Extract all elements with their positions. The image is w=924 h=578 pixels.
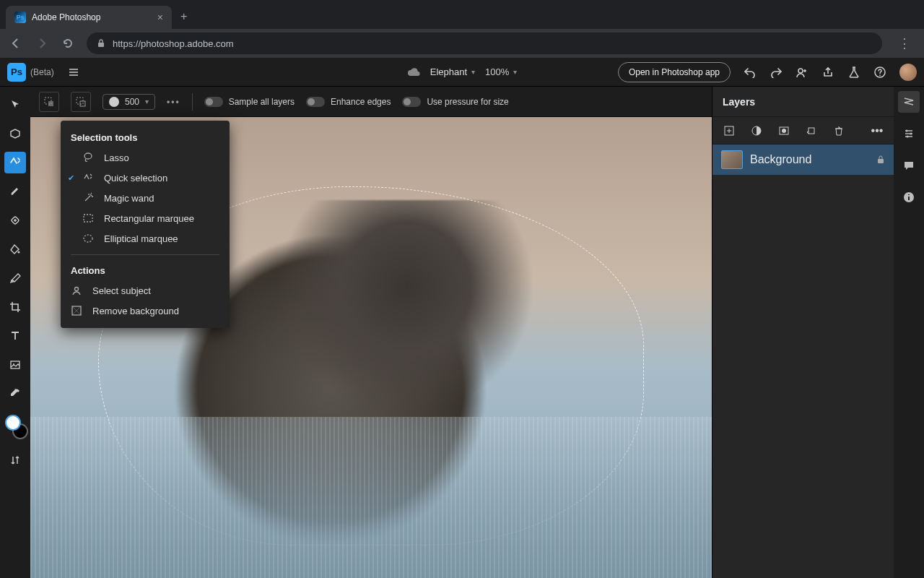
remove-bg-icon (71, 305, 84, 316)
invite-button[interactable] (796, 66, 808, 79)
layer-background[interactable]: Background (712, 144, 894, 175)
flyout-heading: Selection tools (61, 128, 230, 147)
color-swatch[interactable] (5, 415, 25, 435)
subtract-selection-icon[interactable] (71, 92, 91, 112)
ellipse-marquee-icon (82, 233, 95, 244)
ps-logo[interactable]: Ps (7, 63, 26, 82)
close-icon[interactable]: × (157, 12, 163, 23)
more-options-button[interactable]: ••• (167, 97, 180, 107)
pressure-toggle[interactable]: Use pressure for size (402, 97, 508, 107)
browser-menu-button[interactable]: ⋮ (894, 35, 915, 51)
info-panel-button[interactable] (898, 186, 920, 208)
layers-toolbar: ••• (712, 117, 894, 144)
new-tab-button[interactable]: + (172, 4, 196, 29)
select-subject-icon (71, 285, 84, 296)
toolbar-left (0, 87, 30, 578)
properties-panel-button[interactable] (898, 91, 920, 113)
mask-button[interactable] (777, 124, 790, 137)
brush-size-select[interactable]: 500 ▾ (103, 94, 155, 110)
zoom-select[interactable]: 100% ▾ (485, 66, 517, 77)
app-center: Elephant ▾ 100% ▾ (407, 66, 518, 77)
back-button[interactable] (9, 36, 23, 51)
gradient-tool[interactable] (4, 267, 26, 289)
lock-icon[interactable] (876, 155, 885, 164)
tab-title: Adobe Photoshop (32, 12, 100, 22)
redo-button[interactable] (770, 66, 783, 79)
address-bar[interactable]: https://photoshop.adobe.com (87, 33, 882, 54)
transform-tool[interactable] (4, 123, 26, 144)
adjustment-layer-button[interactable] (750, 124, 763, 137)
svg-rect-8 (48, 101, 53, 106)
fg-color (5, 415, 21, 431)
remove-bg-item[interactable]: Remove background (61, 301, 230, 321)
cloud-icon (407, 67, 420, 77)
add-layer-button[interactable] (723, 124, 736, 137)
tab-bar: Ps Adobe Photoshop × + (0, 0, 924, 29)
delete-layer-button[interactable] (832, 124, 845, 137)
favicon-icon: Ps (14, 12, 26, 23)
magic-wand-item[interactable]: Magic wand (61, 188, 230, 208)
forward-button[interactable] (35, 36, 49, 51)
healing-tool[interactable] (4, 210, 26, 231)
toggle-icon (306, 97, 325, 107)
add-selection-icon[interactable] (39, 92, 59, 112)
swap-colors[interactable] (4, 449, 26, 471)
beta-label: (Beta) (30, 67, 54, 77)
fill-tool[interactable] (4, 238, 26, 260)
lock-icon (97, 39, 105, 48)
url-bar: https://photoshop.adobe.com ⋮ (0, 29, 924, 58)
adjustments-panel-button[interactable] (898, 123, 920, 144)
canvas-column: 500 ▾ ••• Sample all layers Enhance edge… (30, 87, 712, 578)
brush-tool[interactable] (4, 181, 26, 202)
main-area: 500 ▾ ••• Sample all layers Enhance edge… (0, 87, 924, 578)
share-button[interactable] (821, 66, 834, 79)
ellip-marquee-item[interactable]: Elliptical marquee (61, 228, 230, 249)
url-text: https://photoshop.adobe.com (113, 38, 234, 49)
svg-rect-0 (98, 43, 104, 47)
open-in-app-button[interactable]: Open in Photoshop app (618, 62, 731, 82)
layer-more-button[interactable]: ••• (871, 124, 884, 137)
place-image-tool[interactable] (4, 354, 26, 376)
help-button[interactable] (873, 66, 886, 79)
flyout-heading-actions: Actions (61, 261, 230, 280)
layers-panel-title: Layers (712, 87, 894, 117)
document-name[interactable]: Elephant ▾ (430, 66, 475, 77)
selection-flyout: Selection tools Lasso ✔ Quick selection … (61, 121, 230, 328)
toggle-icon (204, 97, 223, 107)
hamburger-menu[interactable] (67, 66, 80, 79)
magic-wand-icon (82, 192, 95, 204)
browser-chrome: Ps Adobe Photoshop × + https://photoshop… (0, 0, 924, 58)
eyedropper-tool[interactable] (4, 383, 26, 405)
text-tool[interactable] (4, 325, 26, 347)
clip-button[interactable] (805, 124, 818, 137)
selection-tool[interactable] (4, 152, 26, 173)
lasso-item[interactable]: Lasso (61, 147, 230, 168)
app-bar: Ps (Beta) Elephant ▾ 100% ▾ Open in Phot… (0, 58, 924, 87)
svg-point-14 (75, 288, 79, 291)
reload-button[interactable] (61, 36, 75, 51)
chevron-down-icon: ▾ (471, 68, 475, 76)
enhance-edges-toggle[interactable]: Enhance edges (306, 97, 391, 107)
layer-thumb (721, 150, 743, 169)
svg-point-13 (84, 235, 92, 242)
svg-point-23 (910, 133, 912, 135)
sample-all-toggle[interactable]: Sample all layers (204, 97, 295, 107)
svg-rect-21 (878, 159, 884, 163)
options-bar: 500 ▾ ••• Sample all layers Enhance edge… (30, 87, 712, 117)
comments-panel-button[interactable] (898, 155, 920, 176)
beaker-icon[interactable] (847, 66, 860, 79)
chevron-down-icon: ▾ (513, 68, 517, 76)
layers-panel: Layers ••• Background (712, 87, 894, 578)
undo-button[interactable] (744, 66, 757, 79)
app-right: Open in Photoshop app (618, 62, 917, 82)
quick-selection-item[interactable]: ✔ Quick selection (61, 168, 230, 188)
move-tool[interactable] (4, 94, 26, 116)
svg-point-24 (907, 136, 909, 138)
browser-tab[interactable]: Ps Adobe Photoshop × (6, 6, 172, 29)
crop-tool[interactable] (4, 296, 26, 318)
avatar[interactable] (899, 64, 917, 81)
rect-marquee-item[interactable]: Rectangular marquee (61, 208, 230, 228)
svg-point-4 (18, 251, 20, 254)
svg-rect-12 (84, 215, 92, 222)
select-subject-item[interactable]: Select subject (61, 280, 230, 301)
